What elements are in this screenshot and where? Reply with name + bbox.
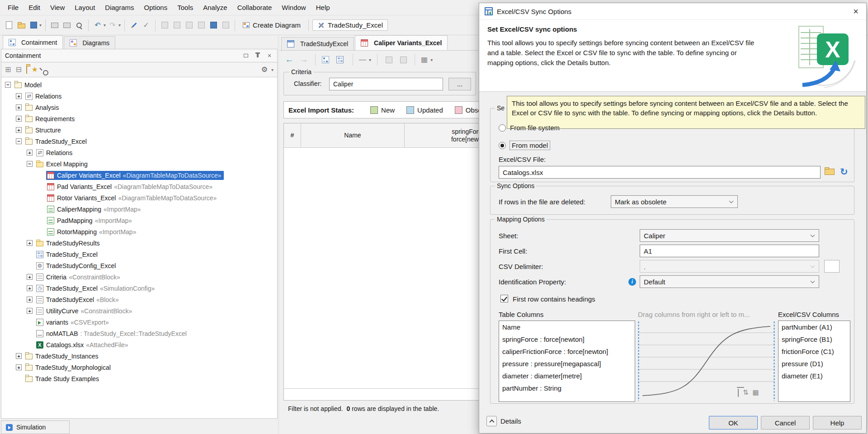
tree-item[interactable]: RotorMapping «ImportMap» — [1, 226, 277, 237]
clear-mapping-icon[interactable] — [738, 389, 739, 396]
from-model-option[interactable]: From model — [499, 141, 550, 150]
info-icon[interactable]: i — [628, 278, 636, 286]
excel-column-item[interactable]: springForce (B1) — [778, 333, 850, 345]
zoom-icon[interactable] — [184, 20, 194, 31]
tree-item[interactable]: Excel Mapping — [1, 158, 277, 170]
excel-column-item[interactable]: pressure (D1) — [778, 358, 850, 370]
editor-tab[interactable]: TradeStudyExcel — [281, 37, 354, 50]
tree-item[interactable]: noMATLAB : TradeStudy_Excel::TradeStudyE… — [1, 328, 277, 339]
refresh-icon[interactable]: ↻ — [840, 167, 848, 176]
grid-icon[interactable] — [171, 20, 182, 31]
undo-dropdown-icon[interactable]: ▾ — [104, 23, 106, 28]
tree-expander-icon[interactable] — [16, 364, 22, 370]
tree-expander-icon[interactable] — [27, 161, 33, 167]
add-row-icon[interactable] — [383, 54, 394, 65]
tree-expander-icon[interactable] — [5, 82, 11, 88]
menu-item[interactable]: Edit — [24, 0, 45, 15]
save-all-icon[interactable] — [208, 20, 219, 31]
tree-item[interactable]: Trade Study Examples — [1, 373, 277, 384]
panel-tab[interactable]: Diagrams — [64, 36, 115, 49]
table-column-item[interactable]: diameter : diameter[metre] — [499, 370, 635, 382]
tree-expander-icon[interactable] — [16, 93, 22, 99]
redo-icon[interactable]: ↷ — [107, 20, 118, 31]
panel-tab[interactable]: Containment — [3, 35, 63, 49]
sheet-select[interactable]: Caliper — [640, 229, 819, 242]
table-column-item[interactable]: pressure : pressure[megapascal] — [499, 358, 635, 370]
cancel-button[interactable]: Cancel — [761, 416, 810, 429]
save-icon[interactable] — [28, 20, 39, 31]
first-row-headings-checkbox[interactable] — [500, 295, 508, 302]
tree-item[interactable]: CaliperMapping «ImportMap» — [1, 203, 277, 215]
layout-icon[interactable] — [159, 20, 170, 31]
table-column-item[interactable]: springForce : force[newton] — [499, 333, 635, 345]
print-preview-icon[interactable] — [61, 20, 72, 31]
tree-expander-icon[interactable] — [27, 308, 33, 314]
tree-expander-icon[interactable] — [16, 127, 22, 133]
redo-dropdown-icon[interactable]: ▾ — [118, 23, 121, 28]
tree-expander-icon[interactable] — [27, 240, 33, 246]
ok-button[interactable]: OK — [709, 416, 758, 429]
tree-item[interactable]: Caliper Variants_Excel «DiagramTableMapT… — [1, 170, 277, 181]
pin-icon[interactable] — [254, 52, 262, 59]
create-diagram-button[interactable]: Create Diagram — [239, 19, 305, 31]
excel-column-item[interactable]: partNumber (A1) — [778, 321, 850, 333]
tree-item[interactable]: TradeStudy_Instances — [1, 350, 277, 362]
tree-item[interactable]: Pad Variants_Excel «DiagramTableMapToDat… — [1, 181, 277, 192]
identification-property-select[interactable]: Default — [640, 275, 819, 288]
column-header-number[interactable]: # — [284, 123, 301, 147]
line-style-icon[interactable]: — — [359, 56, 366, 63]
float-panel-icon[interactable] — [242, 52, 250, 59]
tree-item[interactable]: Structure — [1, 124, 277, 136]
columns-icon[interactable]: ▦ — [421, 56, 428, 63]
export-icon[interactable] — [220, 20, 231, 31]
tree-item[interactable]: TradeStudy_Excel — [1, 249, 277, 260]
radio-selected-icon[interactable] — [499, 142, 506, 149]
menu-item[interactable]: Analyze — [198, 0, 232, 15]
column-header-name[interactable]: Name — [301, 123, 405, 147]
excel-column-item[interactable]: frictionForce (C1) — [778, 345, 850, 358]
active-configuration[interactable]: TradeStudy_Excel — [312, 19, 388, 31]
browse-file-icon[interactable] — [825, 169, 835, 175]
menu-item[interactable]: View — [45, 0, 70, 15]
tree-item[interactable]: Relations — [1, 147, 277, 158]
tree-item[interactable]: variants «CSVExport» — [1, 316, 277, 328]
new-project-icon[interactable] — [4, 20, 14, 31]
save-dropdown-icon[interactable]: ▾ — [39, 23, 42, 28]
menu-item[interactable]: Tools — [172, 0, 198, 15]
back-icon[interactable]: ← — [284, 54, 295, 65]
classifier-browse-button[interactable]: ... — [448, 78, 471, 90]
undo-icon[interactable]: ↶ — [92, 20, 103, 31]
first-cell-input[interactable]: A1 — [640, 245, 819, 257]
show-containment-icon[interactable] — [321, 54, 332, 65]
close-icon[interactable]: × — [845, 3, 866, 20]
details-button[interactable]: Details — [486, 416, 521, 426]
dialog-titlebar[interactable]: Excel/CSV Sync Options × — [479, 3, 866, 20]
rows-deleted-select[interactable]: Mark as obsolete — [611, 195, 738, 208]
find-icon[interactable] — [74, 20, 85, 31]
tree-item[interactable]: PadMapping «ImportMap» — [1, 215, 277, 226]
tree-item[interactable]: Model — [1, 79, 277, 90]
tree-expander-icon[interactable] — [16, 104, 22, 110]
tree-item[interactable]: TradeStudy_Excel «SimulationConfig» — [1, 283, 277, 294]
menu-item[interactable]: Collaborate — [232, 0, 277, 15]
forward-icon[interactable]: → — [298, 54, 309, 65]
excel-column-item[interactable]: diameter (E1) — [778, 370, 850, 382]
line-style-dropdown-icon[interactable]: ▾ — [369, 57, 371, 62]
tree-item[interactable]: Analysis — [1, 102, 277, 113]
table-column-item[interactable]: caliperFrictionForce : force[newton] — [499, 345, 635, 358]
radio-icon[interactable] — [499, 124, 506, 132]
file-path-input[interactable]: Catalogs.xlsx — [499, 166, 821, 179]
tree-expander-icon[interactable] — [16, 138, 22, 144]
menu-item[interactable]: Help — [311, 0, 335, 15]
tree-expander-icon[interactable] — [27, 285, 33, 291]
tree-item[interactable]: TradeStudy_Excel — [1, 136, 277, 147]
sort-icon[interactable]: ⇅ — [743, 388, 749, 396]
tree-item[interactable]: Catalogs.xlsx «AttachedFile» — [1, 339, 277, 350]
tree-item[interactable]: UtilityCurve «ConstraintBlock» — [1, 305, 277, 316]
tree-expander-icon[interactable] — [27, 274, 33, 280]
menu-item[interactable]: Diagrams — [100, 0, 139, 15]
tree-expander-icon[interactable] — [27, 297, 33, 302]
menu-item[interactable]: File — [3, 0, 24, 15]
print-icon[interactable] — [49, 20, 60, 31]
open-in-new-tree-icon[interactable] — [26, 66, 27, 73]
